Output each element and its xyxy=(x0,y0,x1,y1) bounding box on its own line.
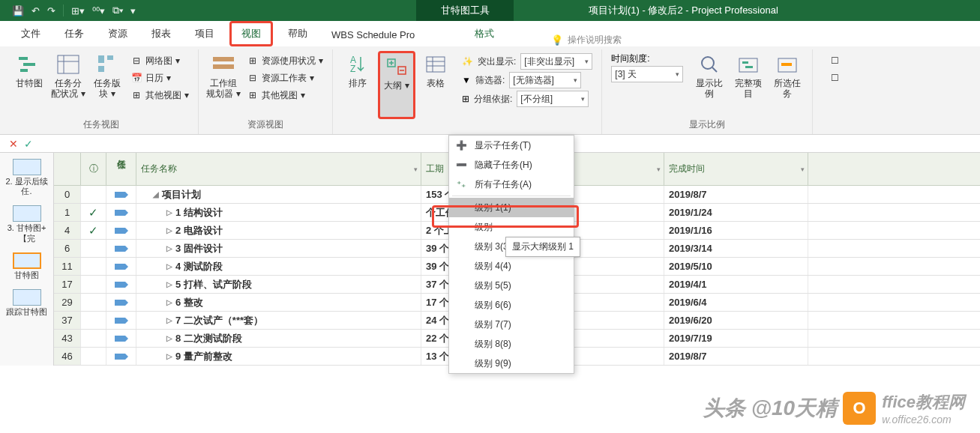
row-number[interactable]: 11 xyxy=(54,258,81,275)
sort-button[interactable]: AZ 排序 xyxy=(339,51,376,119)
filter-combo[interactable]: [无筛选器]▾ xyxy=(509,72,581,88)
cell-name[interactable]: ▷4 测试阶段 xyxy=(136,258,421,275)
cancel-icon[interactable]: ✕ xyxy=(9,138,18,150)
cell-finish[interactable]: 2019/6/4 xyxy=(664,294,808,311)
calendar-button[interactable]: 📅日历 ▾ xyxy=(130,70,189,86)
team-planner-button[interactable]: 工作组规划器 ▾ xyxy=(205,51,242,117)
cell-info[interactable] xyxy=(81,186,106,203)
cell-name[interactable]: ▷5 打样、试产阶段 xyxy=(136,276,421,293)
entire-project-button[interactable]: 完整项目 xyxy=(730,51,767,117)
cell-finish[interactable]: 2019/4/1 xyxy=(664,276,808,293)
expand-icon[interactable]: ▷ xyxy=(166,298,172,306)
cell-mode[interactable] xyxy=(106,258,136,275)
tab-wbs[interactable]: WBS Schedule Pro xyxy=(319,23,427,46)
view-item-3[interactable]: 甘特图 xyxy=(1,249,52,283)
tab-file[interactable]: 文件 xyxy=(9,21,52,46)
row-number[interactable]: 46 xyxy=(54,348,81,365)
cell-mode[interactable] xyxy=(106,204,136,221)
cell-mode[interactable] xyxy=(106,186,136,203)
cell-name[interactable]: ▷6 整改 xyxy=(136,294,421,311)
highlight-filter[interactable]: ✨ 突出显示: [非突出显示]▾ xyxy=(462,52,592,70)
outline-button[interactable]: 大纲 ▾ xyxy=(378,51,415,119)
cell-finish[interactable]: 2019/3/14 xyxy=(664,240,808,257)
cell-info[interactable] xyxy=(81,312,106,329)
cell-info[interactable] xyxy=(81,258,106,275)
cell-mode[interactable] xyxy=(106,222,136,239)
cell-finish[interactable]: 2019/5/10 xyxy=(664,258,808,275)
task-board-button[interactable]: 任务版块 ▾ xyxy=(88,51,126,117)
row-number[interactable]: 43 xyxy=(54,330,81,347)
cell-info[interactable] xyxy=(81,348,106,365)
task-usage-button[interactable]: 任务分配状况 ▾ xyxy=(49,51,87,117)
cell-name[interactable]: ▷8 二次测试阶段 xyxy=(136,330,421,347)
col-mode[interactable]: 任务模 xyxy=(106,153,136,185)
cell-info[interactable] xyxy=(81,240,106,257)
save-icon[interactable]: 💾 xyxy=(12,5,24,16)
other-views-button[interactable]: ⊞其他视图 ▾ xyxy=(130,87,189,103)
cell-finish[interactable]: 2019/8/7 xyxy=(664,348,808,365)
row-number[interactable]: 4 xyxy=(54,222,81,239)
expand-icon[interactable]: ▷ xyxy=(166,334,172,342)
cell-name[interactable]: ▷3 固件设计 xyxy=(136,240,421,257)
cell-mode[interactable] xyxy=(106,348,136,365)
checkbox[interactable]: ☐ xyxy=(831,70,839,86)
expand-icon[interactable]: ▷ xyxy=(166,316,172,324)
col-name[interactable]: 任务名称▾ xyxy=(136,153,421,185)
tab-task[interactable]: 任务 xyxy=(52,21,96,46)
expand-icon[interactable]: ▷ xyxy=(166,352,172,360)
resource-sheet-button[interactable]: ⊟资源工作表 ▾ xyxy=(247,70,323,86)
view-item-1[interactable]: 2. 显示后续任. xyxy=(1,156,52,199)
group-by[interactable]: ⊞ 分组依据: [不分组]▾ xyxy=(462,90,592,108)
cell-finish[interactable]: 2019/1/24 xyxy=(664,204,808,221)
hide-subtasks-item[interactable]: ➖隐藏子任务(H) xyxy=(449,155,574,175)
tab-help[interactable]: 帮助 xyxy=(276,21,319,46)
all-subtasks-item[interactable]: ⁺₊所有子任务(A) xyxy=(449,175,574,194)
qat-icon[interactable]: ⁰⁰▾ xyxy=(92,5,105,16)
row-number[interactable]: 1 xyxy=(54,204,81,221)
dropdown-icon[interactable]: ▾ xyxy=(657,166,661,173)
expand-icon[interactable]: ▷ xyxy=(166,226,172,234)
expand-icon[interactable]: ◢ xyxy=(153,190,159,199)
cell-name[interactable]: ▷9 量产前整改 xyxy=(136,348,421,365)
level-9-item[interactable]: 级别 9(9) xyxy=(449,354,574,366)
cell-finish[interactable]: 2019/6/20 xyxy=(664,312,808,329)
cell-info[interactable] xyxy=(81,294,106,311)
qat-icon[interactable]: ⊞▾ xyxy=(71,5,85,16)
tab-resource[interactable]: 资源 xyxy=(96,21,139,46)
tab-project[interactable]: 项目 xyxy=(183,21,226,46)
row-number[interactable]: 29 xyxy=(54,294,81,311)
view-item-4[interactable]: 跟踪甘特图 xyxy=(1,286,52,320)
cell-mode[interactable] xyxy=(106,330,136,347)
level-1-item[interactable]: 级别 1(1) xyxy=(449,198,574,217)
cell-info[interactable] xyxy=(81,276,106,293)
cell-name[interactable]: ▷7 二次试产（***套） xyxy=(136,312,421,329)
zoom-button[interactable]: 显示比例 xyxy=(691,51,728,117)
tab-report[interactable]: 报表 xyxy=(139,21,183,46)
resource-usage-button[interactable]: ⊞资源使用状况 ▾ xyxy=(247,52,323,69)
tables-button[interactable]: 表格 xyxy=(417,51,454,119)
view-item-2[interactable]: 3. 甘特图+【完 xyxy=(1,202,52,246)
cell-finish[interactable]: 2019/8/7 xyxy=(664,186,808,203)
network-diagram-button[interactable]: ⊟网络图 ▾ xyxy=(130,52,189,69)
highlight-combo[interactable]: [非突出显示]▾ xyxy=(520,53,592,70)
tell-me-search[interactable]: 操作说明搜索 xyxy=(551,34,622,46)
expand-icon[interactable]: ▷ xyxy=(166,280,172,288)
filter[interactable]: ▼ 筛选器: [无筛选器]▾ xyxy=(462,71,592,89)
expand-icon[interactable]: ▷ xyxy=(166,262,172,270)
cell-name[interactable]: ▷2 电路设计 xyxy=(136,222,421,239)
row-number[interactable]: 37 xyxy=(54,312,81,329)
dropdown-icon[interactable]: ▾ xyxy=(414,166,418,173)
group-combo[interactable]: [不分组]▾ xyxy=(517,91,589,107)
show-subtasks-item[interactable]: ➕显示子任务(T) xyxy=(449,136,574,155)
qat-dropdown-icon[interactable]: ▾ xyxy=(130,5,136,16)
row-number[interactable]: 6 xyxy=(54,240,81,257)
other-views-button[interactable]: ⊞其他视图 ▾ xyxy=(247,87,323,103)
accept-icon[interactable]: ✓ xyxy=(24,138,33,150)
expand-icon[interactable]: ▷ xyxy=(166,208,172,216)
cell-info[interactable]: ✓ xyxy=(81,204,106,221)
level-7-item[interactable]: 级别 7(7) xyxy=(449,315,574,334)
checkbox[interactable]: ☐ xyxy=(831,52,839,69)
level-6-item[interactable]: 级别 6(6) xyxy=(449,295,574,315)
cell-finish[interactable]: 2019/7/19 xyxy=(664,330,808,347)
tab-format[interactable]: 格式 xyxy=(463,21,506,46)
